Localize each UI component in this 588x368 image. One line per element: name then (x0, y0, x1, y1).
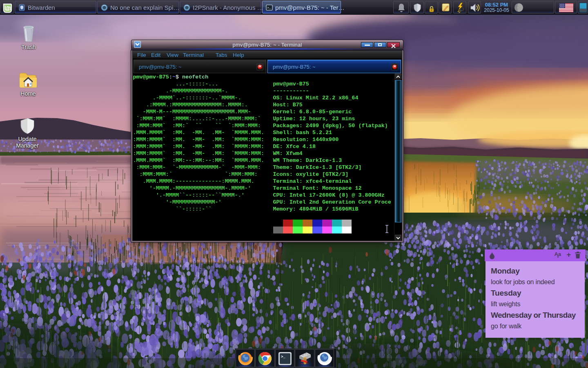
svg-text:>_: >_ (281, 355, 285, 359)
svg-text:>_: >_ (267, 6, 271, 9)
